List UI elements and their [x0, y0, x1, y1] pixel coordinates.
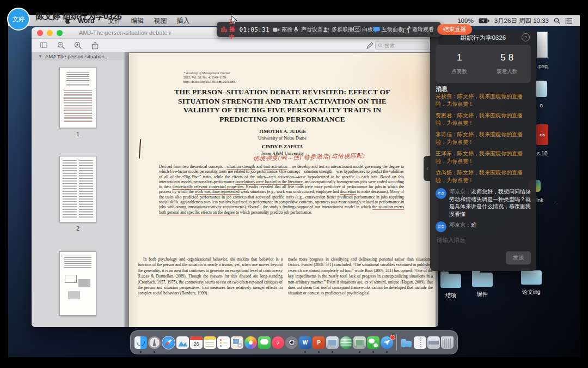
desktop-icon-label: .png [537, 63, 547, 69]
page-thumbnail[interactable] [59, 251, 96, 316]
word-icon[interactable]: W [299, 336, 311, 349]
whiteboard-icon [353, 26, 360, 33]
live-interaction-panel: 组织行为学0326 ? 1 点赞数 58 观看人数 消息 吴秋燕：陈文婷，我来围… [430, 30, 536, 271]
photo-booth-icon[interactable] [231, 336, 243, 349]
running-indicator-dot [359, 351, 360, 353]
live-toolbar-button[interactable]: 声音设置 [292, 26, 323, 33]
desktop-icon-label: o [540, 102, 543, 108]
live-toolbar-button[interactable]: 露脸 [273, 26, 292, 33]
document-search-field[interactable] [375, 41, 428, 50]
calendar-icon[interactable]: 26 [190, 336, 203, 349]
chat-message: 李诗佳：陈文婷，我来围观你的直播啦，为你点赞！ [436, 131, 531, 146]
menu-bar-right: 100% 3月26日 周四 10:33 [457, 15, 572, 26]
desktop-icon-glyph: els [536, 124, 548, 145]
page-thumbnail[interactable] [59, 156, 96, 222]
wechat-icon[interactable] [367, 336, 379, 349]
desktop-folder[interactable]: 课件 [466, 273, 499, 298]
page-thumbnail[interactable] [59, 67, 96, 128]
sidebar-document-header[interactable]: ▼ AMJ-The person-situation... [32, 52, 124, 61]
running-indicator-dot [372, 351, 374, 353]
running-indicator-dot [318, 351, 320, 353]
document-window: AMJ-The person-situation debate r [32, 27, 438, 327]
photos-icon[interactable] [244, 336, 257, 349]
chevron-down-icon: ▼ [38, 54, 42, 59]
page-number: 1 [76, 131, 79, 137]
preview-icon[interactable] [176, 336, 189, 349]
sidebar-view-icon[interactable] [40, 41, 48, 50]
live-stats: 1 点赞数 58 观看人数 [436, 45, 531, 83]
send-button[interactable]: 发送 [506, 251, 531, 264]
live-button-label: 邀请观看 [412, 26, 434, 33]
desktop-folder[interactable]: 论文ing [515, 270, 548, 296]
notes-icon[interactable] [204, 336, 216, 349]
live-toolbar-button[interactable]: 多群联播 [323, 26, 353, 33]
live-timer: 01:05:31 [240, 26, 270, 33]
notification-center-icon[interactable] [565, 18, 572, 24]
zoom-in-icon[interactable] [74, 41, 82, 50]
finder-icon[interactable] [134, 336, 147, 349]
viewers-value: 58 [500, 52, 516, 63]
end-live-button[interactable]: 结束直播 [437, 24, 472, 35]
share-icon[interactable] [91, 41, 99, 50]
chat-message: 王泽东：陈文婷，我来围观你的直播啦，为你点赞！ [436, 150, 531, 165]
live-toolbar-button[interactable]: 邀请观看 [403, 26, 434, 33]
streamer-avatar: 文婷 [7, 8, 30, 31]
zoom-window-button[interactable] [57, 30, 63, 36]
trash-icon[interactable] [441, 336, 454, 349]
camera-icon [273, 26, 280, 33]
safari-icon[interactable] [162, 336, 175, 349]
chat-message-input[interactable] [436, 236, 519, 244]
minimized-window-icon[interactable] [427, 336, 440, 349]
battery-percent: 100% [457, 17, 473, 24]
live-toolbar-button[interactable]: 白板 [353, 26, 373, 33]
desktop-folder[interactable]: 结项 [434, 274, 467, 299]
running-indicator-dot [304, 351, 306, 353]
sidebar-header-label: AMJ-The person-situation... [45, 53, 109, 59]
chat-message: 吴秋燕：陈文婷，我来围观你的直播啦，为你点赞！ [436, 93, 531, 108]
viewers-stat: 58 观看人数 [483, 45, 531, 83]
messages-icon[interactable] [258, 336, 271, 349]
music-icon[interactable]: ♪ [272, 336, 284, 349]
close-window-button[interactable] [37, 30, 43, 36]
live-toolbar-button[interactable]: 互动面板 [373, 26, 403, 33]
menu-item[interactable]: 插入 [171, 16, 194, 26]
help-icon[interactable]: ? [522, 33, 530, 41]
message-list[interactable]: 吴秋燕：陈文婷，我来围观你的直播啦，为你点赞！ 贾惠君：陈文婷，我来围观你的直播… [436, 93, 531, 232]
markup-pencil-icon[interactable] [366, 41, 374, 50]
remote-meeting-icon[interactable] [340, 336, 352, 349]
author-1: TIMOTHY A. JUDGE [129, 129, 436, 134]
screen-share-icon[interactable] [353, 336, 366, 349]
folder-label: 课件 [477, 291, 488, 298]
live-button-label: 多群联播 [332, 26, 353, 33]
downloads-folder-icon[interactable] [400, 336, 413, 349]
zoom-out-icon[interactable] [57, 41, 65, 50]
menu-item[interactable]: 编辑 [126, 16, 149, 26]
affiliation-1: University of Notre Dame [129, 135, 436, 141]
live-stream-toolbar: 直播中 01:05:31 露脸 声音设置 多群联播 [217, 22, 441, 37]
folder-icon [521, 270, 542, 285]
body-column-right: made more progress in classifying and de… [288, 257, 433, 325]
system-preferences-icon[interactable] [285, 336, 298, 349]
running-indicator-dot [386, 351, 388, 353]
minimize-window-button[interactable] [47, 30, 53, 36]
launchpad-icon[interactable] [148, 336, 161, 349]
screenshot-stage: .png o els s 10 dge.lnk 结项 [0, 0, 588, 368]
spotlight-search-icon[interactable] [554, 17, 560, 24]
powerpoint-icon[interactable]: P [313, 336, 325, 349]
mic-icon [292, 26, 299, 33]
live-button-label: 互动面板 [382, 26, 403, 33]
paper-abstract: Derived from two theoretical concepts—si… [159, 164, 404, 255]
archive-file-icon[interactable] [414, 336, 426, 349]
message-text: 王泽东：陈文婷，我来围观你的直播啦，为你点赞！ [436, 150, 523, 164]
menu-item[interactable]: 视图 [149, 16, 171, 26]
live-button-label: 声音设置 [301, 26, 323, 33]
stream-title: 陈文婷 组织行为学0326 [36, 11, 122, 22]
message-text: 难 [471, 222, 476, 228]
folder-icon [472, 273, 493, 287]
screenshot-app-icon[interactable] [326, 336, 339, 349]
search-input[interactable] [383, 43, 422, 49]
menu-datetime: 3月26日 周四 10:33 [494, 17, 549, 25]
reminders-icon[interactable] [217, 336, 230, 349]
likes-value: 1 [457, 52, 462, 63]
bird-app-icon[interactable] [381, 336, 393, 349]
